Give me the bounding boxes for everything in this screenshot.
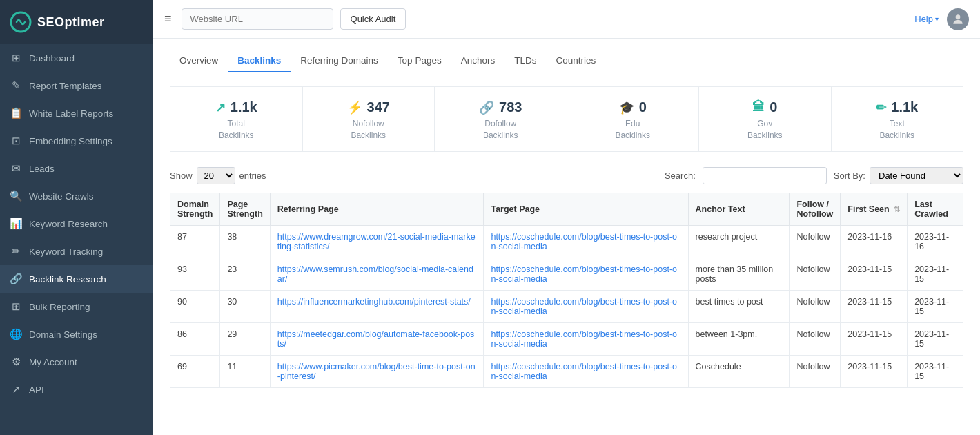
embedding-icon: ⊡ xyxy=(10,135,22,147)
cell-last-crawled: 2023-11-15 xyxy=(908,355,963,387)
seoptimer-logo-icon xyxy=(10,11,32,33)
col-first-seen: First Seen ⇅ xyxy=(841,193,908,225)
nofollow-icon: ⚡ xyxy=(347,100,362,115)
cell-domain-strength: 87 xyxy=(170,225,220,258)
user-avatar[interactable] xyxy=(947,8,969,30)
show-entries-control: Show 10 20 50 100 entries xyxy=(170,167,266,184)
main-content: ≡ Quick Audit Help ▾ Overview Backlinks … xyxy=(153,0,980,435)
report-templates-icon: ✎ xyxy=(10,79,22,92)
target-page-link[interactable]: https://coschedule.com/blog/best-times-t… xyxy=(491,362,677,381)
referring-page-link[interactable]: https://www.picmaker.com/blog/best-time-… xyxy=(277,362,476,381)
col-target-page: Target Page xyxy=(484,193,688,225)
my-account-icon: ⚙ xyxy=(10,356,22,368)
cell-referring-page: https://www.dreamgrow.com/21-social-medi… xyxy=(270,225,484,258)
edu-icon: 🎓 xyxy=(619,100,634,115)
sidebar-item-dashboard[interactable]: ⊞ Dashboard xyxy=(0,44,153,72)
cell-last-crawled: 2023-11-15 xyxy=(908,322,963,355)
website-crawls-icon: 🔍 xyxy=(10,190,22,202)
cell-page-strength: 11 xyxy=(220,355,270,387)
sidebar-item-domain-settings[interactable]: 🌐 Domain Settings xyxy=(0,320,153,348)
sidebar-item-api[interactable]: ↗ API xyxy=(0,376,153,403)
sidebar-item-report-templates[interactable]: ✎ Report Templates xyxy=(0,72,153,99)
cell-last-crawled: 2023-11-15 xyxy=(908,258,963,290)
topbar-right: Help ▾ xyxy=(914,8,969,30)
help-button[interactable]: Help ▾ xyxy=(914,14,939,24)
entries-select[interactable]: 10 20 50 100 xyxy=(197,167,235,184)
sidebar-item-keyword-research[interactable]: 📊 Keyword Research xyxy=(0,210,153,238)
tab-countries[interactable]: Countries xyxy=(546,50,605,72)
sidebar-item-embedding-settings[interactable]: ⊡ Embedding Settings xyxy=(0,127,153,155)
table-row: 87 38 https://www.dreamgrow.com/21-socia… xyxy=(170,225,963,258)
target-page-link[interactable]: https://coschedule.com/blog/best-times-t… xyxy=(491,232,677,251)
sidebar-item-my-account[interactable]: ⚙ My Account xyxy=(0,348,153,376)
table-row: 90 30 https://influencermarketinghub.com… xyxy=(170,290,963,322)
backlink-research-icon: 🔗 xyxy=(10,273,22,285)
tab-anchors[interactable]: Anchors xyxy=(451,50,505,72)
cell-referring-page: https://meetedgar.com/blog/automate-face… xyxy=(270,322,484,355)
sidebar-item-bulk-reporting[interactable]: ⊞ Bulk Reporting xyxy=(0,293,153,320)
gov-icon: 🏛 xyxy=(752,100,765,115)
tab-backlinks[interactable]: Backlinks xyxy=(228,50,291,72)
cell-page-strength: 38 xyxy=(220,225,270,258)
tab-referring-domains[interactable]: Referring Domains xyxy=(291,50,388,72)
edu-label: EduBacklinks xyxy=(574,118,692,142)
sidebar-label-backlink-research: Backlink Research xyxy=(29,274,106,284)
sidebar-item-keyword-tracking[interactable]: ✏ Keyword Tracking xyxy=(0,238,153,265)
first-seen-sort-icon[interactable]: ⇅ xyxy=(894,205,900,213)
cell-first-seen: 2023-11-15 xyxy=(841,290,908,322)
cell-target-page: https://coschedule.com/blog/best-times-t… xyxy=(484,258,688,290)
cell-page-strength: 23 xyxy=(220,258,270,290)
cell-first-seen: 2023-11-15 xyxy=(841,258,908,290)
api-icon: ↗ xyxy=(10,383,22,396)
stat-total-backlinks: ↗ 1.1k TotalBacklinks xyxy=(170,86,302,152)
table-row: 69 11 https://www.picmaker.com/blog/best… xyxy=(170,355,963,387)
stat-edu-backlinks: 🎓 0 EduBacklinks xyxy=(567,86,699,152)
target-page-link[interactable]: https://coschedule.com/blog/best-times-t… xyxy=(491,329,677,349)
dofollow-icon: 🔗 xyxy=(479,100,494,115)
referring-page-link[interactable]: https://www.dreamgrow.com/21-social-medi… xyxy=(277,232,476,251)
table-controls: Show 10 20 50 100 entries Search: Sort B… xyxy=(170,167,963,184)
target-page-link[interactable]: https://coschedule.com/blog/best-times-t… xyxy=(491,264,677,284)
referring-page-link[interactable]: https://influencermarketinghub.com/pinte… xyxy=(277,297,471,307)
sidebar-label-keyword-research: Keyword Research xyxy=(29,219,108,229)
sidebar-label-api: API xyxy=(29,385,44,395)
referring-page-link[interactable]: https://www.semrush.com/blog/social-medi… xyxy=(277,264,473,284)
website-url-input[interactable] xyxy=(182,8,333,30)
cell-page-strength: 30 xyxy=(220,290,270,322)
cell-target-page: https://coschedule.com/blog/best-times-t… xyxy=(484,290,688,322)
page-content: Overview Backlinks Referring Domains Top… xyxy=(153,39,980,435)
cell-follow: Nofollow xyxy=(790,322,841,355)
tab-tlds[interactable]: TLDs xyxy=(504,50,546,72)
sidebar-item-leads[interactable]: ✉ Leads xyxy=(0,155,153,182)
cell-anchor-text: Coschedule xyxy=(688,355,790,387)
sidebar-item-white-label-reports[interactable]: 📋 White Label Reports xyxy=(0,99,153,127)
sidebar-label-embedding: Embedding Settings xyxy=(29,136,112,146)
cell-last-crawled: 2023-11-16 xyxy=(908,225,963,258)
table-search-input[interactable] xyxy=(703,167,827,184)
sidebar-label-keyword-tracking: Keyword Tracking xyxy=(29,246,103,257)
sort-by-control: Sort By: Date Found Domain Strength Page… xyxy=(834,167,963,184)
sidebar-item-backlink-research[interactable]: 🔗 Backlink Research xyxy=(0,265,153,293)
target-page-link[interactable]: https://coschedule.com/blog/best-times-t… xyxy=(491,297,677,316)
referring-page-link[interactable]: https://meetedgar.com/blog/automate-face… xyxy=(277,329,475,349)
sidebar-logo[interactable]: SEOptimer xyxy=(0,0,153,44)
cell-domain-strength: 86 xyxy=(170,322,220,355)
dofollow-label: DofollowBacklinks xyxy=(442,118,560,142)
col-referring-page: Referring Page xyxy=(270,193,484,225)
quick-audit-button[interactable]: Quick Audit xyxy=(340,8,406,30)
app-name: SEOptimer xyxy=(37,15,105,30)
tab-overview[interactable]: Overview xyxy=(170,50,228,72)
leads-icon: ✉ xyxy=(10,162,22,175)
col-anchor-text: Anchor Text xyxy=(688,193,790,225)
stats-row: ↗ 1.1k TotalBacklinks ⚡ 347 NofollowBack… xyxy=(170,86,963,152)
stat-text-backlinks: ✏ 1.1k TextBacklinks xyxy=(831,86,964,152)
hamburger-menu[interactable]: ≡ xyxy=(164,12,172,26)
sidebar-label-dashboard: Dashboard xyxy=(29,53,75,64)
cell-last-crawled: 2023-11-15 xyxy=(908,290,963,322)
text-backlinks-label: TextBacklinks xyxy=(839,118,957,142)
cell-target-page: https://coschedule.com/blog/best-times-t… xyxy=(484,322,688,355)
stat-dofollow-backlinks: 🔗 783 DofollowBacklinks xyxy=(434,86,567,152)
tab-top-pages[interactable]: Top Pages xyxy=(388,50,451,72)
sort-select[interactable]: Date Found Domain Strength Page Strength xyxy=(870,167,963,184)
sidebar-item-website-crawls[interactable]: 🔍 Website Crawls xyxy=(0,182,153,210)
